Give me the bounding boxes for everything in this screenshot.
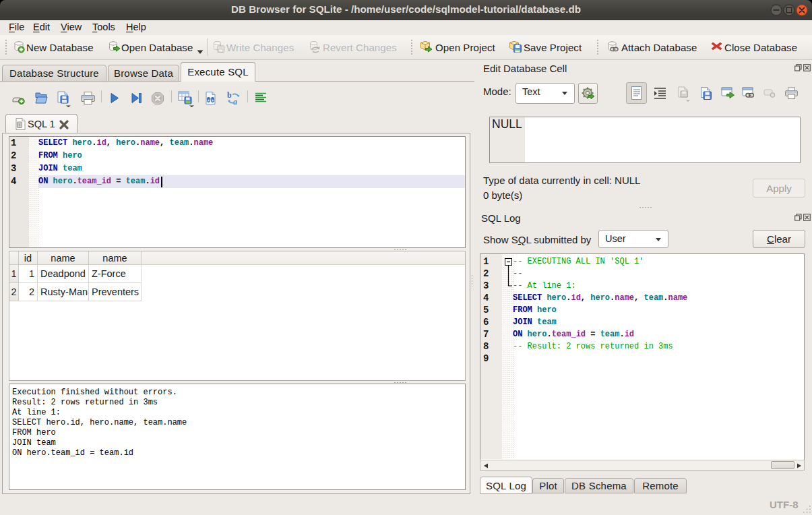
svg-text:a: a (233, 97, 237, 106)
svg-text:b: b (227, 91, 232, 100)
